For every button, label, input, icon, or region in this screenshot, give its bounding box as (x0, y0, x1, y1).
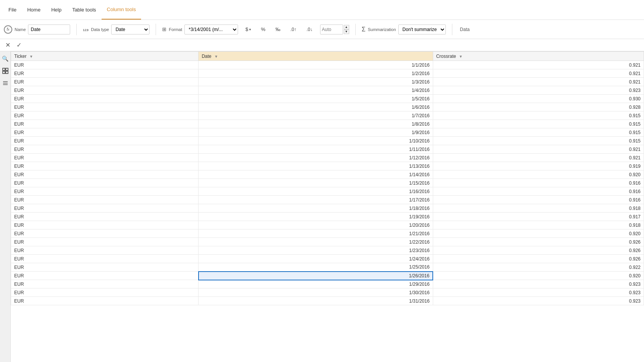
svg-rect-2 (3, 71, 5, 74)
spin-up-button[interactable]: ▲ (344, 25, 349, 29)
table-body: EUR1/1/20160.921EUR1/2/20160.921EUR1/3/2… (11, 61, 644, 305)
col-ticker-filter[interactable]: ▼ (30, 54, 33, 59)
cell-date[interactable]: 1/1/2016 (199, 61, 433, 69)
cell-date[interactable]: 1/6/2016 (199, 103, 433, 111)
cell-ticker: EUR (11, 162, 199, 170)
menu-table-tools[interactable]: Table tools (67, 0, 101, 20)
cell-crossrate: 0.926 (433, 255, 644, 263)
decimal-increase-button[interactable]: .0↑ (288, 25, 299, 34)
auto-input[interactable] (320, 25, 343, 34)
name-icon: fx (4, 25, 12, 34)
cell-date[interactable]: 1/3/2016 (199, 78, 433, 86)
cell-date[interactable]: 1/22/2016 (199, 238, 433, 246)
cell-date[interactable]: 1/20/2016 (199, 221, 433, 229)
comma-button[interactable]: ‰ (273, 25, 283, 34)
table-header-row: Ticker ▼ Date ▼ Crossrate ▼ (11, 52, 644, 61)
currency-button[interactable]: $ ▾ (243, 25, 253, 34)
col-date[interactable]: Date ▼ (199, 52, 433, 61)
cell-date[interactable]: 1/8/2016 (199, 120, 433, 128)
table-row: EUR1/8/20160.915 (11, 120, 644, 128)
summarization-label: Summarization (368, 27, 396, 32)
table-row: EUR1/6/20160.928 (11, 103, 644, 111)
table-row: EUR1/9/20160.915 (11, 128, 644, 137)
cell-date[interactable]: 1/29/2016 (199, 280, 433, 288)
cell-date[interactable]: 1/2/2016 (199, 69, 433, 78)
confirm-icon[interactable]: ✓ (15, 41, 23, 49)
data-label: Data (460, 27, 470, 32)
summarize-select[interactable]: Don't summarize (398, 25, 446, 34)
cell-date[interactable]: 1/31/2016 (199, 297, 433, 305)
cell-date[interactable]: 1/23/2016 (199, 246, 433, 255)
cell-crossrate: 0.915 (433, 120, 644, 128)
currency-symbol: $ (245, 26, 248, 32)
sidebar: 🔍 (0, 51, 11, 362)
table-row: EUR1/3/20160.921 (11, 78, 644, 86)
decimal-decrease-icon: .0↓ (307, 27, 313, 32)
cell-date[interactable]: 1/16/2016 (199, 187, 433, 196)
cell-date[interactable]: 1/4/2016 (199, 86, 433, 95)
cell-crossrate: 0.918 (433, 204, 644, 213)
cell-date[interactable]: 1/15/2016 (199, 179, 433, 187)
cell-date[interactable]: 1/7/2016 (199, 111, 433, 120)
cell-crossrate: 0.916 (433, 196, 644, 204)
cell-date[interactable]: 1/18/2016 (199, 204, 433, 213)
cell-date[interactable]: 1/9/2016 (199, 128, 433, 137)
cell-date[interactable]: 1/30/2016 (199, 288, 433, 297)
sidebar-list-icon[interactable] (1, 79, 10, 87)
cell-date[interactable]: 1/5/2016 (199, 95, 433, 103)
cell-crossrate: 0.918 (433, 221, 644, 229)
format-select[interactable]: *3/14/2001 (m/... (184, 25, 238, 34)
cell-date[interactable]: 1/14/2016 (199, 170, 433, 179)
name-input[interactable] (28, 25, 70, 34)
format-group: ⊞ Format *3/14/2001 (m/... (162, 25, 238, 34)
decimal-decrease-button[interactable]: .0↓ (304, 25, 315, 34)
cell-date[interactable]: 1/21/2016 (199, 229, 433, 238)
cell-date[interactable]: 1/17/2016 (199, 196, 433, 204)
cell-date[interactable]: 1/25/2016 (199, 263, 433, 272)
cell-crossrate: 0.920 (433, 170, 644, 179)
percent-button[interactable]: % (258, 25, 268, 34)
col-date-filter[interactable]: ▼ (214, 54, 218, 59)
cell-ticker: EUR (11, 213, 199, 221)
cell-date[interactable]: 1/10/2016 (199, 137, 433, 145)
cell-ticker: EUR (11, 78, 199, 86)
data-table: Ticker ▼ Date ▼ Crossrate ▼ EUR1/1/20160… (11, 51, 644, 305)
col-crossrate-filter[interactable]: ▼ (459, 54, 463, 59)
cancel-icon[interactable]: ✕ (4, 41, 12, 49)
cell-ticker: EUR (11, 120, 199, 128)
col-ticker-label: Ticker (14, 54, 26, 59)
cell-crossrate: 0.921 (433, 61, 644, 69)
format-label: Format (169, 27, 182, 32)
data-type-group: ₁₂₃ Data type Date (83, 25, 150, 34)
cell-ticker: EUR (11, 95, 199, 103)
menu-home[interactable]: Home (22, 0, 46, 20)
data-type-select[interactable]: Date (111, 25, 150, 34)
percent-symbol: % (261, 26, 266, 32)
menu-file[interactable]: File (3, 0, 22, 20)
table-row: EUR1/1/20160.921 (11, 61, 644, 69)
spin-down-button[interactable]: ▼ (344, 29, 349, 34)
cell-date[interactable]: 1/19/2016 (199, 213, 433, 221)
data-type-icon: ₁₂₃ (83, 26, 89, 32)
menu-column-tools[interactable]: Column tools (102, 0, 141, 20)
sidebar-search-icon[interactable]: 🔍 (1, 54, 10, 63)
cell-date[interactable]: 1/13/2016 (199, 162, 433, 170)
menu-help[interactable]: Help (46, 0, 67, 20)
col-crossrate-label: Crossrate (436, 54, 456, 59)
cell-date[interactable]: 1/24/2016 (199, 255, 433, 263)
col-crossrate[interactable]: Crossrate ▼ (433, 52, 644, 61)
col-ticker[interactable]: Ticker ▼ (11, 52, 199, 61)
sidebar-grid-icon[interactable] (1, 67, 10, 75)
summarization-group: Σ Summarization Don't summarize (362, 25, 446, 34)
cell-date[interactable]: 1/26/2016 (199, 272, 433, 280)
menu-bar: File Home Help Table tools Column tools (0, 0, 644, 20)
table-row: EUR1/20/20160.918 (11, 221, 644, 229)
spin-buttons: ▲ ▼ (344, 25, 349, 34)
table-row: EUR1/17/20160.916 (11, 196, 644, 204)
table-row: EUR1/2/20160.921 (11, 69, 644, 78)
cell-date[interactable]: 1/11/2016 (199, 145, 433, 154)
table-row: EUR1/30/20160.923 (11, 288, 644, 297)
cell-date[interactable]: 1/12/2016 (199, 154, 433, 162)
cell-ticker: EUR (11, 61, 199, 69)
cell-ticker: EUR (11, 137, 199, 145)
